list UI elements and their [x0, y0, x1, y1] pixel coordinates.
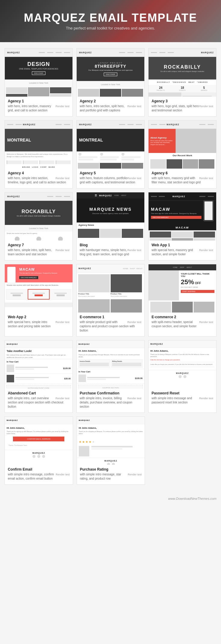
- pricing-name: [32, 293, 45, 294]
- preview-nav-a4r: [56, 124, 70, 125]
- cart-item-price: [15, 379, 34, 380]
- preview-agency2: MARQUEZ LATEST PROJECT 8THREEFIFTY Our M…: [77, 48, 144, 97]
- render-test-confirm[interactable]: Render test: [56, 473, 70, 476]
- preview-agency6: MARQUEZ About Agency We've built call co…: [149, 120, 216, 169]
- masonry-item: [199, 159, 214, 169]
- nav-dot: [119, 124, 125, 125]
- star-2: ★: [82, 440, 85, 443]
- stat-item: 24 PROJECTS: [150, 86, 171, 91]
- preview-bar-wa1: MARQUEZ: [149, 192, 216, 201]
- feature-col: [121, 153, 143, 160]
- preview-intro-wa2: Simple intro section with brief descript…: [5, 282, 72, 288]
- rating-product-price: [91, 448, 122, 450]
- portfolio-item: [122, 89, 143, 97]
- preview-logo-a3: MARQUEZ: [201, 51, 214, 54]
- cart-item-img: [7, 365, 14, 372]
- timeline-item: [7, 160, 22, 164]
- preview-hero-a2: LATEST PROJECT 8THREEFIFTY Our Marquez e…: [77, 57, 144, 81]
- wa1-screen: [204, 201, 213, 220]
- logo-item: CORP: [40, 166, 47, 168]
- portfolio-item: [78, 163, 99, 169]
- card-title-confirm: Confirm Email: [8, 467, 70, 471]
- preview-caption-a1: Located in New York: [5, 79, 72, 86]
- thumb: [150, 238, 171, 241]
- cart-item-2: $35.00: [5, 374, 72, 384]
- render-test-password[interactable]: Render test: [199, 397, 213, 400]
- render-test-a4[interactable]: Render test: [55, 177, 69, 180]
- render-test-wa1[interactable]: Render test: [199, 249, 213, 252]
- nav-dot: [39, 52, 45, 53]
- preview-nav-a5: [119, 124, 142, 125]
- product-desc: Short product description: [111, 295, 142, 297]
- purchase-greeting: Hi John Adams,: [77, 348, 144, 354]
- nav-dot: [136, 124, 142, 125]
- card-info-password: Password Reset Render test with simple i…: [149, 389, 216, 408]
- preview-blog: ☰ MARQUEZ HOME ABOUT MARQUEZ NEWS Discov…: [77, 192, 144, 241]
- grid-row-1: MARQUEZ DESIGN ONE EMAIL TEMPLATE FOR AG…: [5, 48, 216, 117]
- card-info-wa1: Web App 1 Render test with special hero,…: [149, 241, 216, 260]
- preview-agency5: MARQUEZ MONTREAL: [77, 120, 144, 169]
- grid-row-4: MACAW The new app for color enthusiasts.…: [5, 264, 216, 337]
- preview-hero-wa2: MACAW The new app for color enthusiasts.…: [5, 264, 72, 282]
- invoice-line: [112, 365, 141, 366]
- preview-webapp2: MACAW The new app for color enthusiasts.…: [5, 264, 72, 313]
- card-info-a5: Agency 5 Render test with hero, feature …: [77, 169, 144, 188]
- preview-masonry-a6: [149, 158, 216, 169]
- render-test-a5[interactable]: Render test: [127, 177, 141, 180]
- render-test-a1[interactable]: Render test: [55, 105, 69, 108]
- nav-dot: [127, 52, 134, 53]
- feature-text: [121, 156, 140, 158]
- render-test-a7[interactable]: Render test: [55, 249, 69, 252]
- wa2-title: MACAW: [19, 267, 70, 272]
- invoice-line: [80, 365, 109, 366]
- preview-portfolio-a2: [77, 88, 144, 97]
- card-info-rating: Purchase Rating Render test with simple …: [77, 465, 145, 484]
- nav-dot: [127, 124, 134, 125]
- render-test-a6[interactable]: Render test: [199, 177, 213, 180]
- menu-item: SHOP: [180, 266, 184, 268]
- rating-product-details: [90, 446, 143, 456]
- preview-bar-a7: MARQUEZ: [5, 192, 72, 201]
- preview-split-menu-ecom2: HOME SHOP ABOUT: [149, 264, 216, 270]
- card-title-cart: Abandoned Cart: [8, 391, 69, 395]
- masonry-col: [50, 87, 71, 97]
- render-test-a2[interactable]: Render test: [127, 105, 141, 108]
- spacer-wa2: [5, 307, 72, 313]
- nav-dot: [199, 196, 205, 197]
- render-test-ecom2[interactable]: Render test: [199, 321, 213, 324]
- product-img: [172, 302, 193, 313]
- preview-nav-a3: [151, 52, 200, 53]
- render-test-cart[interactable]: Render test: [55, 397, 69, 400]
- preview-caption-a7: Located in New York: [5, 225, 72, 232]
- logo-item: BRAND: [22, 166, 30, 168]
- cart-item-total: $109.99: [63, 367, 71, 369]
- card-title-ecom2: E-commerce 2: [152, 315, 213, 319]
- render-test-wa2[interactable]: Render test: [55, 321, 69, 324]
- feature-text: [100, 159, 117, 160]
- cart-section-title: In Your Cart: [5, 359, 72, 363]
- nav-dot: [47, 52, 53, 53]
- card-title-purchase: Purchase Confirmation: [80, 391, 141, 395]
- purchase-section-title: In Your Cart: [77, 369, 144, 373]
- render-test-ecom1[interactable]: Render test: [127, 321, 141, 324]
- ecom1-nav: HOME · SHOP · ABOUT: [123, 268, 143, 269]
- render-test-blog[interactable]: Render test: [127, 249, 141, 252]
- masonry-col: [172, 232, 193, 241]
- thumb: [50, 94, 71, 97]
- social-icon-tw: [183, 375, 186, 378]
- card-info-a1: Agency 1 Render test with hero, intro se…: [5, 97, 72, 116]
- preview-logo-a1: MARQUEZ: [7, 51, 20, 54]
- menu-item: ABOUT: [186, 266, 192, 268]
- render-test-rating[interactable]: Render test: [128, 473, 142, 476]
- preview-agency7: MARQUEZ ROCKABILLY Go all-in with unique…: [5, 192, 72, 241]
- thumb: [50, 87, 71, 93]
- card-info-a3: Agency 3 Render test with hero, logo gri…: [149, 97, 216, 116]
- card-confirmemail: MARQUEZ Hi John Adams, Thank you for sig…: [5, 416, 73, 485]
- render-test-purchase[interactable]: Render test: [127, 397, 141, 400]
- render-test-a3[interactable]: Render test: [199, 105, 213, 108]
- confirm-body: Hi John Adams, Thank you for signing up …: [5, 424, 73, 450]
- masonry-item: [183, 159, 198, 169]
- card-title-wa2: Web App 2: [8, 315, 69, 319]
- preview-hero-a5: MONTREAL: [77, 129, 144, 151]
- thumb: [6, 94, 27, 97]
